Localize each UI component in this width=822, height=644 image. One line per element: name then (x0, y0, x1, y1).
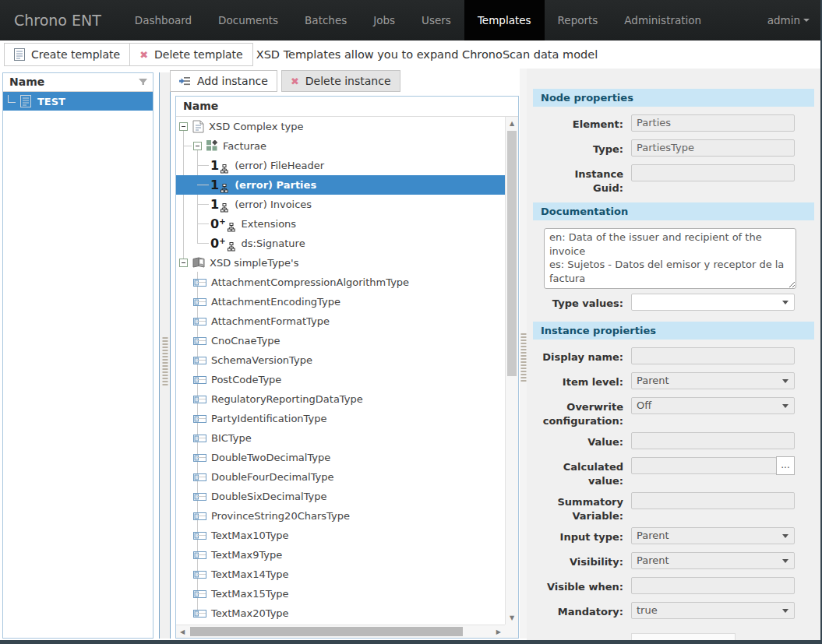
summatory-variable-input[interactable] (631, 492, 795, 509)
tree-node-facturae[interactable]: Facturae (176, 136, 505, 156)
calculated-value-browse-button[interactable]: ... (776, 456, 795, 475)
tree-connector (197, 282, 206, 283)
mandatory-select[interactable]: true (631, 602, 795, 619)
tree-node-attachmentformattype[interactable]: AttachmentFormatType (176, 311, 505, 331)
instances-column-header[interactable]: Name (176, 97, 518, 117)
item-level-select[interactable]: Parent (631, 372, 795, 389)
tree-node-error-fileheader[interactable]: 1(error) FileHeader (176, 156, 505, 175)
tree-node-postcodetype[interactable]: PostCodeType (176, 370, 505, 389)
type-input[interactable]: PartiesType (631, 139, 795, 157)
tree-node-doubletwodecimaltype[interactable]: DoubleTwoDecimalType (176, 448, 505, 467)
instance-guid-input[interactable] (631, 164, 795, 181)
collapse-toggle-icon[interactable] (193, 142, 202, 150)
overwrite-configuration-select[interactable]: Off (631, 397, 795, 414)
delete-instance-button[interactable]: ✖ Delete instance (281, 70, 400, 92)
apply-changes-button[interactable]: Apply changes (631, 633, 736, 640)
documentation-header: Documentation (533, 202, 814, 220)
tree-connector (197, 223, 209, 224)
sort-icon[interactable] (138, 78, 148, 86)
tree-node-attachmentcompressionalgorithmtype[interactable]: AttachmentCompressionAlgorithmType (176, 273, 505, 292)
tree-node-extensions[interactable]: 0+Extensions (176, 214, 505, 234)
tree-node-doublesixdecimaltype[interactable]: DoubleSixDecimalType (176, 487, 505, 506)
tree-node-bictype[interactable]: BICType (176, 428, 505, 448)
caret-down-icon (782, 301, 788, 304)
tree-node-label: AttachmentFormatType (211, 315, 330, 327)
tree-node-textmax9type[interactable]: TextMax9Type (176, 545, 505, 565)
tree-node-cnocnaetype[interactable]: CnoCnaeType (176, 331, 505, 350)
nav-item-administration[interactable]: Administration (611, 0, 714, 40)
tree-connector (197, 340, 206, 341)
template-item-test[interactable]: TEST (3, 92, 153, 111)
tree-node-error-invoices[interactable]: 1(error) Invoices (176, 195, 505, 214)
occurrence-badge: 1 (210, 179, 219, 192)
prop-row-value: Value: (542, 432, 820, 452)
value-input[interactable] (631, 432, 795, 449)
properties-panel: Node properties Element:PartiesType:Part… (527, 69, 820, 640)
scroll-right-arrow-icon[interactable]: ▶ (496, 628, 501, 635)
vertical-scrollbar[interactable]: ▲ ▼ (505, 117, 518, 625)
input-type-select[interactable]: Parent (631, 527, 795, 544)
tree-node-ds-signature[interactable]: 0+ds:Signature (176, 234, 505, 253)
delete-template-button[interactable]: ✖ Delete template (129, 43, 253, 66)
tree-node-schemaversiontype[interactable]: SchemaVersionType (176, 350, 505, 370)
tree-node-label: (error) Parties (235, 179, 316, 191)
user-menu[interactable]: admin (757, 0, 820, 40)
tree-node-doublefourdecimaltype[interactable]: DoubleFourDecimalType (176, 467, 505, 487)
instance-properties-header: Instance propierties (533, 322, 814, 340)
scroll-up-arrow-icon[interactable]: ▲ (510, 120, 514, 127)
node-properties-header: Node properties (533, 89, 814, 107)
tree-node-error-parties[interactable]: 1(error) Parties (176, 175, 505, 195)
tree-node-xsd-complex-type[interactable]: XSD Complex type (176, 117, 505, 136)
caret-down-icon (782, 404, 788, 408)
splitter-grip (520, 333, 526, 382)
tree-node-textmax14type[interactable]: TextMax14Type (176, 565, 505, 584)
horizontal-scrollbar[interactable]: ◀ ▶ (176, 625, 505, 638)
value-label: Value: (542, 432, 623, 452)
prop-row-summatory-variable: Summatory Variable: (542, 492, 820, 523)
collapse-toggle-icon[interactable] (179, 122, 188, 131)
visibility-select[interactable]: Parent (631, 552, 795, 569)
nav-item-jobs[interactable]: Jobs (360, 0, 408, 40)
visible-when-input[interactable] (631, 577, 795, 594)
nav-item-documents[interactable]: Documents (205, 0, 291, 40)
summatory-variable-label: Summatory Variable: (542, 492, 623, 523)
tree-node-attachmentencodingtype[interactable]: AttachmentEncodingType (176, 292, 505, 311)
nav-item-reports[interactable]: Reports (545, 0, 612, 40)
occurrence-badge: 0+ (210, 238, 226, 250)
tree-node-partyidentificationtype[interactable]: PartyIdentificationType (176, 409, 505, 428)
prop-row-type: Type:PartiesType (542, 139, 820, 160)
create-template-button[interactable]: Create template (4, 43, 130, 66)
caret-down-icon (782, 379, 788, 383)
collapse-toggle-icon[interactable] (179, 259, 188, 267)
element-input[interactable]: Parties (631, 114, 795, 132)
scroll-down-arrow-icon[interactable]: ▼ (510, 614, 514, 621)
tree-node-xsd-simpletype-s[interactable]: XSD simpleType's (176, 253, 505, 273)
nav-item-users[interactable]: Users (408, 0, 464, 40)
templates-column-header[interactable]: Name (3, 73, 153, 92)
display-name-input[interactable] (631, 347, 795, 364)
app-brand: Chrono ENT (0, 0, 122, 40)
tree-node-provincestring20charstype[interactable]: ProvinceString20CharsType (176, 506, 505, 526)
panel-splitter-right[interactable] (520, 69, 527, 639)
tree-node-label: (error) FileHeader (235, 160, 324, 171)
tree-node-textmax20type[interactable]: TextMax20Type (176, 604, 505, 623)
tree-node-label: PostCodeType (211, 374, 281, 385)
scroll-left-arrow-icon[interactable]: ◀ (180, 628, 185, 635)
add-instance-button[interactable]: Add instance (170, 70, 277, 92)
panel-splitter-left[interactable] (159, 72, 171, 639)
tree-node-textmax10type[interactable]: TextMax10Type (176, 526, 505, 545)
tree-node-textmax15type[interactable]: TextMax15Type (176, 584, 505, 604)
caret-down-icon (782, 534, 788, 538)
calculated-value-input[interactable] (631, 457, 777, 474)
horizontal-scroll-thumb[interactable] (190, 627, 463, 636)
tree-connector (197, 321, 206, 322)
tree-node-label: TextMax15Type (211, 588, 289, 600)
nav-item-templates[interactable]: Templates (464, 0, 545, 40)
nav-item-batches[interactable]: Batches (291, 0, 360, 40)
type-values-select[interactable] (631, 294, 795, 311)
nav-item-dashboard[interactable]: Dashboard (122, 0, 205, 40)
tree-node-regulatoryreportingdatatype[interactable]: RegulatoryReportingDataType (176, 389, 505, 409)
documentation-textarea[interactable]: en: Data of the issuer and recipient of … (544, 228, 796, 289)
vertical-scroll-thumb[interactable] (507, 131, 517, 376)
component-icon (206, 140, 218, 152)
